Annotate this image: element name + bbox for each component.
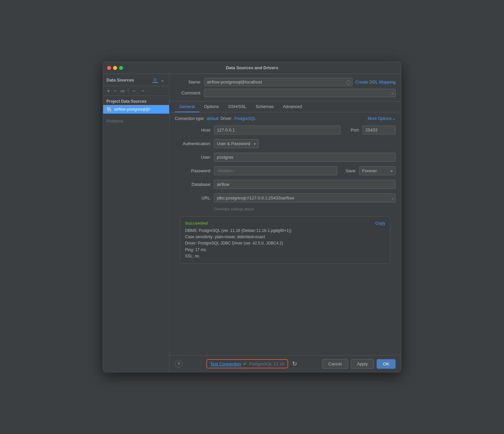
comment-input-wrap: ↗	[204, 89, 396, 97]
minimize-button[interactable]	[113, 66, 117, 70]
sidebar-toolbar: + − ▭ ← →	[103, 86, 169, 96]
driver-value[interactable]: PostgreSQL	[234, 116, 256, 121]
tab-ssh-ssl[interactable]: SSH/SSL	[223, 101, 251, 112]
url-input[interactable]	[214, 193, 396, 202]
url-row: URL: ↗	[175, 193, 396, 202]
form-header: Name: ◯ Create DDL Mapping Comment: ↗	[169, 74, 401, 101]
test-connection-link[interactable]: Test Connection	[210, 361, 241, 366]
sidebar-tabs: D ⌄	[153, 77, 166, 83]
main-panel: Name: ◯ Create DDL Mapping Comment: ↗	[169, 74, 401, 372]
success-title: Succeeded	[185, 221, 208, 226]
sync-icon: ◯	[346, 80, 350, 84]
host-label: Host:	[175, 128, 211, 133]
success-line2: Case sensitivity: plain=lower, delimited…	[185, 234, 385, 240]
auth-row: Authentication: User & Password	[175, 139, 396, 148]
name-input-wrap: ◯	[204, 78, 352, 86]
auth-label: Authentication:	[175, 141, 211, 146]
copy-link[interactable]: Copy	[375, 221, 385, 226]
save-select[interactable]: Forever Until restart Never	[359, 166, 396, 175]
forward-button[interactable]: →	[139, 87, 146, 94]
maximize-button[interactable]	[119, 66, 123, 70]
user-label: User:	[175, 155, 211, 160]
url-expand-icon: ↗	[391, 197, 394, 201]
create-ddl-link[interactable]: Create DDL Mapping	[355, 80, 396, 84]
connection-type-value[interactable]: default	[207, 116, 219, 121]
connection-type-label: Connection type:	[175, 116, 205, 121]
password-label: Password:	[175, 168, 211, 173]
undo-button[interactable]: ↻	[291, 359, 298, 369]
comment-label: Comment:	[175, 90, 201, 95]
sidebar-header: Data Sources D ⌄	[103, 74, 169, 86]
problems-label: Problems	[106, 119, 123, 124]
connection-type-row: Connection type: default Driver: Postgre…	[175, 116, 396, 121]
data-sources-dialog: Data Sources and Drivers Data Sources D …	[103, 62, 401, 372]
project-data-sources-label: Project Data Sources	[103, 96, 169, 105]
url-input-wrap: ↗	[214, 193, 396, 202]
tabs-row: General Options SSH/SSL Schemas Advanced	[169, 101, 401, 112]
ok-button[interactable]: OK	[377, 359, 396, 369]
tab-schemas[interactable]: Schemas	[251, 101, 278, 112]
database-input[interactable]	[214, 180, 396, 189]
tab-options[interactable]: Options	[199, 101, 223, 112]
cancel-button[interactable]: Cancel	[322, 359, 348, 369]
driver-label: Driver:	[220, 116, 232, 121]
back-button[interactable]: ←	[130, 87, 138, 94]
port-input[interactable]	[362, 126, 396, 135]
remove-datasource-button[interactable]: −	[112, 87, 118, 94]
close-button[interactable]	[107, 66, 111, 70]
sidebar-tab-datasources[interactable]: D	[153, 77, 158, 83]
success-line3: Driver: PostgreSQL JDBC Driver (ver. 42.…	[185, 240, 385, 246]
general-content: Connection type: default Driver: Postgre…	[169, 112, 401, 355]
dialog-title: Data Sources and Drivers	[226, 65, 278, 70]
apply-button[interactable]: Apply	[351, 359, 374, 369]
password-input[interactable]	[214, 166, 337, 175]
traffic-lights	[107, 66, 123, 70]
title-bar: Data Sources and Drivers	[103, 62, 401, 74]
tab-advanced[interactable]: Advanced	[278, 101, 307, 112]
success-details: DBMS: PostgreSQL (ver. 11.16 (Debian 11.…	[185, 228, 385, 259]
help-button[interactable]: ?	[175, 360, 183, 368]
success-header: Succeeded Copy	[185, 221, 385, 226]
url-label: URL:	[175, 195, 211, 200]
toolbar-divider	[128, 88, 128, 93]
sidebar-item-airflow-postgresql[interactable]: 🐘 airflow-postgresql@l	[103, 105, 169, 114]
success-line5: SSL: no	[185, 253, 385, 259]
user-input[interactable]	[214, 153, 396, 162]
tab-general[interactable]: General	[175, 101, 199, 112]
postgresql-icon: 🐘	[106, 107, 112, 112]
bottom-bar: ? Test Connection ✔ PostgreSQL 11.16 ↻ C…	[169, 355, 401, 372]
name-input[interactable]	[204, 78, 352, 86]
sidebar-title: Data Sources	[106, 78, 134, 82]
pg-version: PostgreSQL 11.16	[249, 361, 284, 366]
comment-input[interactable]	[204, 89, 396, 97]
host-input[interactable]	[214, 126, 341, 135]
sidebar-problems-section: Problems	[103, 114, 169, 129]
host-port-row: Host: Port:	[175, 126, 396, 135]
dialog-body: Data Sources D ⌄ + − ▭ ← → Project Data …	[103, 74, 401, 372]
more-options-label: More Options	[368, 116, 392, 121]
test-connection-area: Test Connection ✔ PostgreSQL 11.16 ↻	[206, 359, 299, 369]
auth-select[interactable]: User & Password	[214, 139, 259, 148]
copy-datasource-button[interactable]: ▭	[119, 87, 126, 94]
success-line1: DBMS: PostgreSQL (ver. 11.16 (Debian 11.…	[185, 228, 385, 234]
sidebar-chevron-down-icon[interactable]: ⌄	[159, 77, 166, 83]
dialog-actions: Cancel Apply OK	[322, 359, 396, 369]
check-icon: ✔	[243, 361, 247, 366]
database-row: Database:	[175, 180, 396, 189]
more-options-link[interactable]: More Options ⌄	[368, 116, 396, 121]
comment-row: Comment: ↗	[175, 89, 396, 97]
add-datasource-button[interactable]: +	[106, 87, 111, 94]
auth-select-wrap: User & Password	[214, 139, 259, 148]
name-row: Name: ◯ Create DDL Mapping	[175, 78, 396, 86]
chevron-down-icon: ⌄	[392, 116, 396, 121]
password-row: Password: Save: Forever Until restart Ne…	[175, 166, 396, 175]
user-row: User:	[175, 153, 396, 162]
name-label: Name:	[175, 80, 201, 84]
save-label: Save:	[340, 168, 356, 173]
url-hint: Overrides settings above	[214, 207, 396, 211]
success-line4: Ping: 17 ms	[185, 247, 385, 253]
database-label: Database:	[175, 182, 211, 187]
sidebar: Data Sources D ⌄ + − ▭ ← → Project Data …	[103, 74, 169, 372]
port-label: Port:	[343, 128, 360, 133]
test-connection-wrap: Test Connection ✔ PostgreSQL 11.16	[206, 359, 288, 368]
